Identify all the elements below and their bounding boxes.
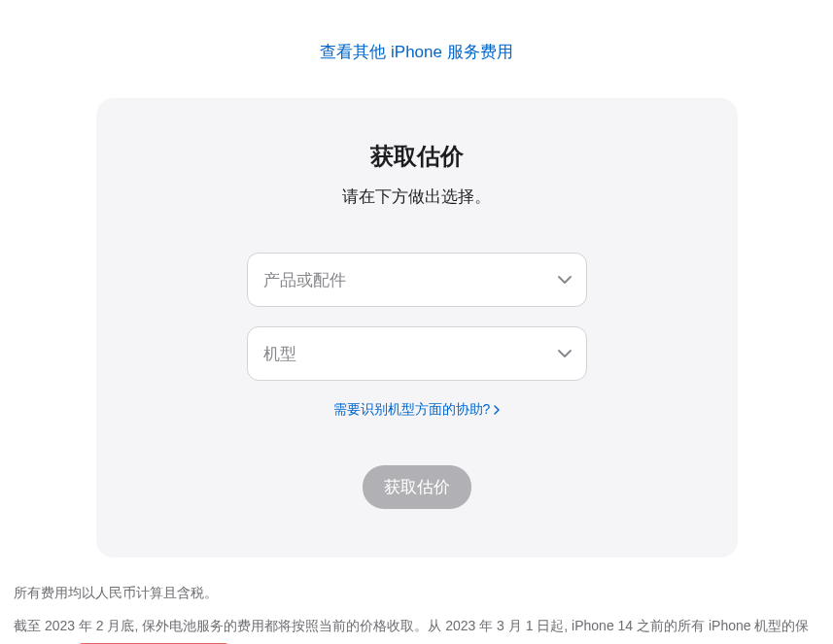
footnote-price-change: 截至 2023 年 2 月底, 保外电池服务的费用都将按照当前的价格收取。从 2… xyxy=(14,612,819,644)
select-group: 产品或配件 机型 xyxy=(247,253,587,381)
other-fees-link[interactable]: 查看其他 iPhone 服务费用 xyxy=(320,43,512,61)
chevron-right-icon xyxy=(494,405,500,415)
help-link-row: 需要识别机型方面的协助? xyxy=(135,400,699,419)
product-select-placeholder: 产品或配件 xyxy=(263,269,346,291)
product-select-box: 产品或配件 xyxy=(247,253,587,307)
identify-model-help-link[interactable]: 需要识别机型方面的协助? xyxy=(333,401,501,419)
footnotes: 所有费用均以人民币计算且含税。 截至 2023 年 2 月底, 保外电池服务的费… xyxy=(12,579,821,644)
help-link-label: 需要识别机型方面的协助? xyxy=(333,401,491,419)
card-subtitle: 请在下方做出选择。 xyxy=(135,186,699,208)
footnote-price-change-text-a: 截至 2023 年 2 月底, 保外电池服务的费用都将按照当前的价格收取。从 2… xyxy=(14,618,809,644)
product-select[interactable]: 产品或配件 xyxy=(247,253,587,307)
estimate-card: 获取估价 请在下方做出选择。 产品或配件 机型 xyxy=(96,98,738,558)
get-estimate-button[interactable]: 获取估价 xyxy=(363,465,471,509)
footnote-currency: 所有费用均以人民币计算且含税。 xyxy=(14,579,819,606)
model-select-box: 机型 xyxy=(247,326,587,381)
top-link-row: 查看其他 iPhone 服务费用 xyxy=(12,0,821,86)
model-select-placeholder: 机型 xyxy=(263,343,296,365)
model-select[interactable]: 机型 xyxy=(247,326,587,381)
card-title: 获取估价 xyxy=(135,141,699,172)
